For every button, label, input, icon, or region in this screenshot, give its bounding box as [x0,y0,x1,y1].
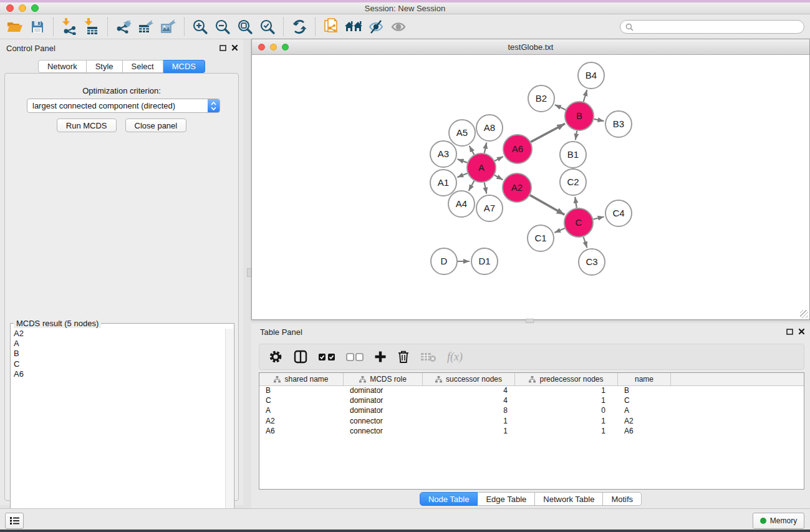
table-row[interactable]: A2connector11A2 [259,417,804,427]
table-row[interactable]: Adominator80A [259,406,804,416]
graph-node-D[interactable]: D [431,248,457,274]
tab-network-table[interactable]: Network Table [535,492,603,506]
graph-edge[interactable] [594,119,604,121]
refresh-view-icon[interactable] [288,16,311,37]
memory-button[interactable]: Memory [753,513,804,529]
graph-node-A[interactable]: A [467,153,496,182]
graph-edge[interactable] [494,157,503,161]
graph-edge[interactable] [457,173,467,177]
graph-edge[interactable] [485,143,486,153]
graph-node-C[interactable]: C [564,208,593,237]
graph-node-B4[interactable]: B4 [578,62,604,89]
graph-edge[interactable] [531,123,565,142]
tab-network[interactable]: Network [38,60,87,73]
graph-node-A8[interactable]: A8 [476,115,503,141]
graph-node-A6[interactable]: A6 [503,135,532,163]
close-table-panel-icon[interactable] [798,328,805,335]
resize-grip-icon[interactable] [800,310,808,318]
tab-edge-table[interactable]: Edge Table [478,492,535,506]
graph-node-C2[interactable]: C2 [560,169,586,195]
graph-edge[interactable] [470,146,475,155]
graph-node-C1[interactable]: C1 [528,225,554,251]
save-session-icon[interactable] [26,16,49,37]
criterion-dropdown[interactable]: largest connected component (directed) [27,99,220,113]
delete-table-icon[interactable] [420,351,436,362]
graph-node-B1[interactable]: B1 [560,142,586,168]
graph-edge[interactable] [593,216,604,219]
open-file-icon[interactable] [4,16,26,37]
zoom-in-icon[interactable] [189,16,211,37]
graph-node-A4[interactable]: A4 [448,191,475,217]
float-table-panel-icon[interactable] [786,329,793,335]
result-item[interactable]: B [14,349,225,359]
graph-node-A2[interactable]: A2 [503,173,531,202]
graph-node-C3[interactable]: C3 [579,249,605,275]
column-header-predecessor-nodes[interactable]: predecessor nodes [515,373,618,385]
search-input[interactable] [637,22,799,31]
import-network-icon[interactable] [58,16,80,37]
deselect-all-icon[interactable] [346,353,364,361]
split-divider-vertical[interactable] [247,268,251,277]
task-history-button[interactable] [5,513,24,529]
graph-node-A5[interactable]: A5 [449,120,475,146]
graph-edge[interactable] [575,197,576,208]
mcds-result-list[interactable]: A2ABCA6 [11,329,225,532]
column-header-successor-nodes[interactable]: successor nodes [423,373,515,385]
cybrowser-home-icon[interactable] [342,16,365,37]
search-field[interactable] [620,20,804,34]
select-all-icon[interactable] [318,353,335,361]
graph-node-B2[interactable]: B2 [528,85,554,112]
graph-edge[interactable] [554,228,565,233]
zoom-out-icon[interactable] [211,16,234,37]
graph-node-D1[interactable]: D1 [471,248,498,274]
close-panel-icon[interactable] [231,44,238,51]
graph-edge[interactable] [584,237,587,248]
graph-edge[interactable] [530,195,564,215]
graph-edge[interactable] [485,183,487,194]
graph-edge[interactable] [555,105,566,110]
graph-node-A7[interactable]: A7 [476,195,503,221]
import-table-icon[interactable] [80,16,103,37]
export-image-icon[interactable] [157,16,180,37]
zoom-fit-icon[interactable] [234,16,256,37]
create-column-plus-icon[interactable] [374,351,387,363]
network-canvas[interactable]: AA1A2A3A4A5A6A7A8BB1B2B3B4CC1C2C3C4DD1 [252,55,809,319]
graph-node-A1[interactable]: A1 [430,170,456,196]
toggle-views-eye-icon[interactable] [387,16,410,37]
graph-edge[interactable] [584,90,587,102]
result-item[interactable]: A2 [14,329,225,339]
float-panel-icon[interactable] [219,45,226,51]
zoom-selected-icon[interactable] [256,16,279,37]
tab-motifs[interactable]: Motifs [603,492,642,506]
graph-node-A3[interactable]: A3 [430,141,456,167]
show-hide-graphics-details-icon[interactable] [365,16,387,37]
table-row[interactable]: Bdominator41B [259,386,804,396]
function-builder-icon[interactable]: f(x) [447,351,463,364]
new-network-from-file-icon[interactable] [320,16,342,37]
graph-node-B3[interactable]: B3 [605,111,632,137]
column-header-MCDS-role[interactable]: MCDS role [344,373,423,385]
tab-select[interactable]: Select [123,60,163,73]
tab-mcds[interactable]: MCDS [163,60,205,73]
delete-column-trash-icon[interactable] [397,350,410,364]
column-header-name[interactable]: name [618,373,671,385]
result-item[interactable]: A6 [14,369,225,379]
graph-edge[interactable] [469,181,475,191]
tab-node-table[interactable]: Node Table [420,492,478,506]
graph-edge[interactable] [576,131,577,140]
graph-edge[interactable] [494,175,503,180]
export-network-icon[interactable] [112,16,135,37]
tab-style[interactable]: Style [87,60,123,73]
column-header-shared-name[interactable]: shared name [259,373,344,385]
mcds-result-scrollbar[interactable] [225,329,233,532]
network-window-titlebar[interactable]: testGlobe.txt [252,39,809,55]
show-column-icon[interactable] [294,350,307,364]
run-mcds-button[interactable]: Run MCDS [57,118,117,132]
result-item[interactable]: C [14,359,225,369]
result-item[interactable]: A [14,339,225,349]
table-row[interactable]: A6connector11A6 [259,427,804,437]
table-settings-gear-icon[interactable] [268,349,283,364]
graph-node-C4[interactable]: C4 [605,200,632,226]
close-panel-button[interactable]: Close panel [125,118,187,132]
export-table-icon[interactable] [135,16,157,37]
